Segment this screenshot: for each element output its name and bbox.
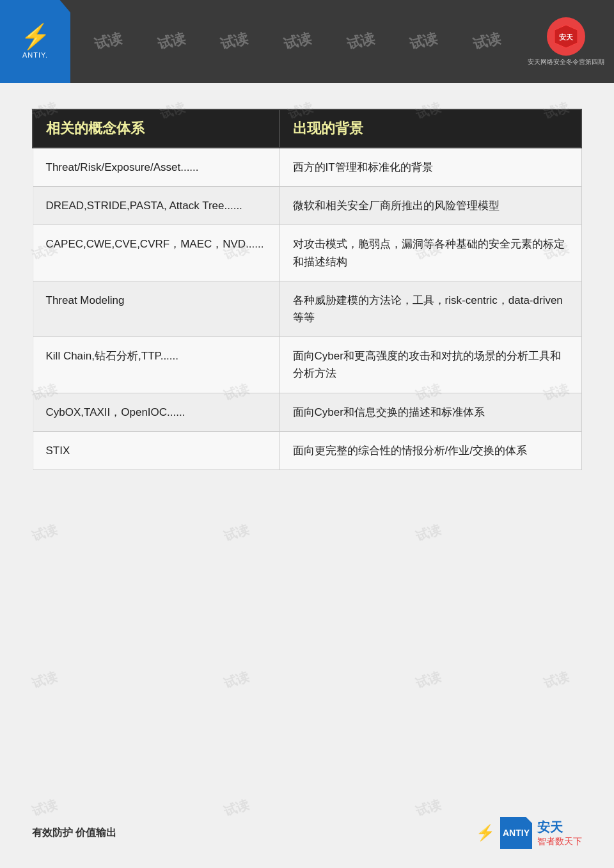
table-cell-col2: 微软和相关安全厂商所推出的风险管理模型 — [279, 187, 581, 225]
svg-text:安天: 安天 — [558, 33, 574, 41]
header-watermark-strip: 试读 试读 试读 试读 试读 试读 试读 — [70, 0, 524, 83]
table-row: Threat/Risk/Exposure/Asset......西方的IT管理和… — [33, 148, 581, 187]
table-cell-col2: 对攻击模式，脆弱点，漏洞等各种基础的安全元素的标定和描述结构 — [279, 225, 581, 281]
header-brand-right: 安天 安天网络安全冬令营第四期 — [524, 10, 608, 74]
table-header-col2: 出现的背景 — [279, 109, 581, 148]
table-row: CAPEC,CWE,CVE,CVRF，MAEC，NVD......对攻击模式，脆… — [33, 225, 581, 281]
header-wm-3: 试读 — [218, 29, 250, 54]
footer-tagline: 有效防护 价值输出 — [32, 826, 116, 840]
watermark-text: 试读 — [30, 521, 60, 546]
header-wm-4: 试读 — [281, 29, 313, 54]
footer-logo-icon: ANTIY — [500, 817, 532, 849]
table-cell-col2: 面向更完整的综合性的情报分析/作业/交换的体系 — [279, 431, 581, 470]
lightning-icon: ⚡ — [476, 824, 495, 842]
logo-text: ANTIY. — [22, 51, 48, 59]
table-cell-col1: STIX — [33, 431, 279, 470]
brand-subtitle: 安天网络安全冬令营第四期 — [528, 58, 604, 67]
table-cell-col2: 西方的IT管理和标准化的背景 — [279, 148, 581, 187]
table-cell-col1: DREAD,STRIDE,PASTA, Attack Tree...... — [33, 187, 279, 225]
main-content: 相关的概念体系 出现的背景 Threat/Risk/Exposure/Asset… — [0, 83, 614, 489]
header-wm-6: 试读 — [407, 29, 439, 54]
table-cell-col2: 各种威胁建模的方法论，工具，risk-centric，data-driven等等 — [279, 281, 581, 336]
logo-box: ⚡ ANTIY. — [0, 0, 70, 83]
footer-brand-main: 安天 — [537, 819, 582, 836]
header-wm-2: 试读 — [155, 29, 187, 54]
footer: 有效防护 价值输出 ⚡ ANTIY 安天 智者数天下 — [0, 810, 614, 855]
logo-icon: ⚡ — [20, 24, 51, 49]
footer-brand: ⚡ ANTIY 安天 智者数天下 — [476, 817, 582, 849]
watermark-text: 试读 — [542, 668, 572, 693]
watermark-text: 试读 — [30, 668, 60, 693]
table-cell-col1: Threat Modeling — [33, 281, 279, 336]
table-cell-col1: CybOX,TAXII，OpenIOC...... — [33, 393, 279, 431]
table-cell-col1: Threat/Risk/Exposure/Asset...... — [33, 148, 279, 187]
header-wm-1: 试读 — [92, 29, 124, 54]
main-table: 相关的概念体系 出现的背景 Threat/Risk/Exposure/Asset… — [32, 109, 582, 470]
footer-brand-text: 安天 智者数天下 — [537, 819, 582, 848]
header-wm-5: 试读 — [344, 29, 376, 54]
table-cell-col2: 面向Cyber和更高强度的攻击和对抗的场景的分析工具和分析方法 — [279, 337, 581, 393]
footer-brand-sub: 智者数天下 — [537, 836, 582, 848]
header: ⚡ ANTIY. 试读 试读 试读 试读 试读 试读 试读 安天 安天网络安全冬… — [0, 0, 614, 83]
table-row: STIX面向更完整的综合性的情报分析/作业/交换的体系 — [33, 431, 581, 470]
table-cell-col2: 面向Cyber和信息交换的描述和标准体系 — [279, 393, 581, 431]
table-cell-col1: Kill Chain,钻石分析,TTP...... — [33, 337, 279, 393]
watermark-text: 试读 — [414, 521, 444, 546]
table-cell-col1: CAPEC,CWE,CVE,CVRF，MAEC，NVD...... — [33, 225, 279, 281]
table-row: Kill Chain,钻石分析,TTP......面向Cyber和更高强度的攻击… — [33, 337, 581, 393]
table-row: DREAD,STRIDE,PASTA, Attack Tree......微软和… — [33, 187, 581, 225]
watermark-text: 试读 — [414, 668, 444, 693]
brand-icon: 安天 — [547, 17, 585, 56]
watermark-text: 试读 — [222, 521, 252, 546]
watermark-text: 试读 — [222, 668, 252, 693]
table-row: CybOX,TAXII，OpenIOC......面向Cyber和信息交换的描述… — [33, 393, 581, 431]
table-header-col1: 相关的概念体系 — [33, 109, 279, 148]
table-row: Threat Modeling各种威胁建模的方法论，工具，risk-centri… — [33, 281, 581, 336]
header-wm-7: 试读 — [471, 29, 503, 54]
